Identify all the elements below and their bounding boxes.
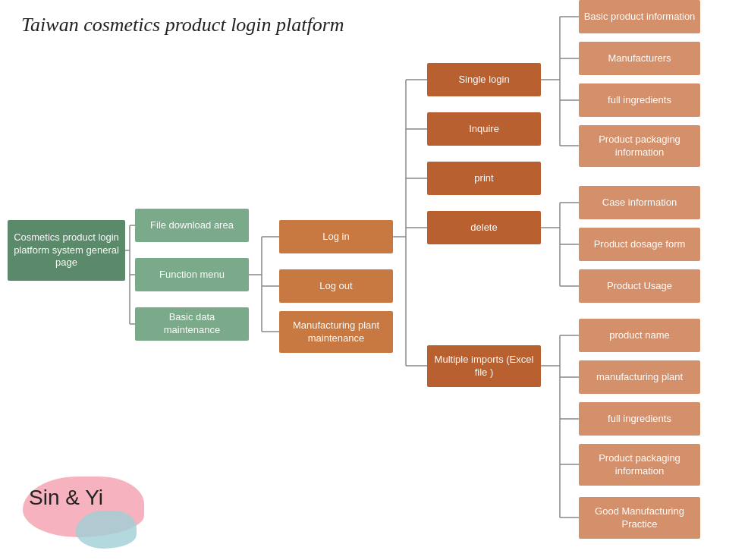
good-manufacturing-box: Good Manufacturing Practice — [579, 497, 700, 539]
logout-box: Log out — [279, 269, 393, 303]
basic-product-info-box: Basic product information — [579, 0, 700, 33]
product-dosage-box: Product dosage form — [579, 228, 700, 261]
product-packaging-info2-box: Product packaging information — [579, 444, 700, 486]
case-info-box: Case information — [579, 186, 700, 219]
inquire-box: Inquire — [427, 112, 541, 146]
root-box: Cosmetics product login platform system … — [8, 220, 125, 281]
mfg-maint-box: Manufacturing plant maintenance — [279, 311, 393, 353]
login-box: Log in — [279, 220, 393, 253]
function-menu-box: Function menu — [135, 258, 249, 291]
product-packaging-info1-box: Product packaging information — [579, 125, 700, 167]
file-download-box: File download area — [135, 209, 249, 242]
tree-diagram: Cosmetics product login platform system … — [0, 0, 748, 560]
logo-text: Sin & Yi — [29, 486, 103, 510]
print-box: print — [427, 162, 541, 195]
single-login-box: Single login — [427, 63, 541, 96]
multiple-imports-box: Multiple imports (Excel file ) — [427, 345, 541, 387]
product-name-box: product name — [579, 319, 700, 352]
full-ingredients2-box: full ingredients — [579, 402, 700, 436]
manufacturers-box: Manufacturers — [579, 42, 700, 75]
product-usage-box: Product Usage — [579, 269, 700, 303]
basic-data-box: Basic data maintenance — [135, 307, 249, 341]
delete-box: delete — [427, 211, 541, 244]
full-ingredients1-box: full ingredients — [579, 83, 700, 117]
manufacturing-plant-box: manufacturing plant — [579, 360, 700, 394]
